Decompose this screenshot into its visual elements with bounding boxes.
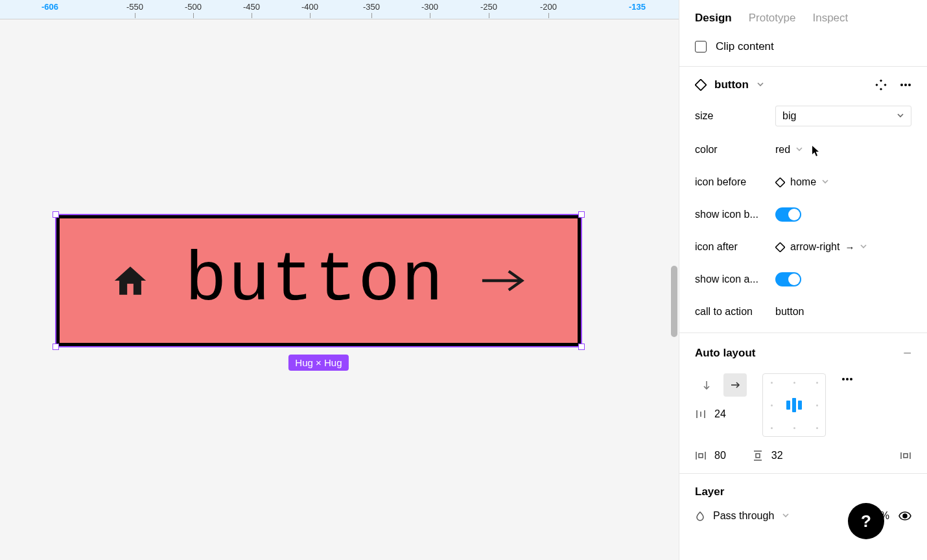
svg-rect-2 <box>880 79 882 82</box>
prop-label: call to action <box>695 306 775 318</box>
prop-label: show icon a... <box>695 274 775 285</box>
padding-vertical-icon <box>752 450 764 461</box>
chevron-down-icon[interactable] <box>757 79 764 91</box>
prop-show-icon-before: show icon b... <box>695 205 911 224</box>
arrow-right-glyph: → <box>845 242 854 253</box>
gap-icon <box>695 408 707 420</box>
prop-call-to-action: call to action button <box>695 303 911 321</box>
button-component[interactable]: button <box>56 215 581 346</box>
ruler-tick: -300 <box>421 0 438 12</box>
ruler-end: -135 <box>629 0 646 12</box>
prop-label: icon after <box>695 241 775 253</box>
blend-mode-icon <box>695 511 705 521</box>
icon-before-value: home <box>790 176 816 188</box>
ruler-tick: -200 <box>540 0 557 12</box>
individual-padding-icon[interactable] <box>900 450 911 461</box>
svg-rect-1 <box>696 80 707 91</box>
call-to-action-value: button <box>775 306 804 318</box>
show-icon-after-toggle[interactable] <box>775 272 801 286</box>
canvas[interactable]: button Hug × Hug <box>0 19 679 560</box>
padding-v-input[interactable]: 32 <box>771 450 783 461</box>
gap-input[interactable]: 24 <box>714 408 726 420</box>
ruler-tick: -350 <box>363 0 380 12</box>
svg-point-16 <box>842 378 845 380</box>
panel-tabs: Design Prototype Inspect <box>679 0 927 32</box>
component-name[interactable]: button <box>714 78 749 91</box>
svg-rect-21 <box>699 454 703 458</box>
canvas-area[interactable]: -606 -550 -500 -450 -400 -350 -300 -250 … <box>0 0 679 560</box>
icon-after-select[interactable]: arrow-right → <box>775 241 911 253</box>
svg-point-7 <box>904 84 907 86</box>
icon-before-select[interactable]: home <box>775 176 911 188</box>
svg-rect-3 <box>880 88 882 90</box>
call-to-action-input[interactable]: button <box>775 306 911 318</box>
component-actions-icon[interactable] <box>875 79 887 91</box>
visibility-icon[interactable] <box>898 511 911 520</box>
color-select[interactable]: red <box>775 144 911 156</box>
layer-title: Layer <box>695 485 724 498</box>
arrow-right-icon <box>480 264 526 297</box>
component-icon <box>695 79 707 91</box>
prop-label: show icon b... <box>695 209 775 220</box>
chevron-down-icon <box>782 510 790 522</box>
svg-point-6 <box>900 84 903 86</box>
ruler: -606 -550 -500 -450 -400 -350 -300 -250 … <box>0 0 679 19</box>
tab-prototype[interactable]: Prototype <box>749 12 796 25</box>
resize-handle[interactable] <box>578 211 585 218</box>
prop-color: color red <box>695 141 911 159</box>
prop-label: size <box>695 110 775 122</box>
help-button[interactable]: ? <box>848 503 884 539</box>
tab-design[interactable]: Design <box>695 12 732 25</box>
clip-content-label: Clip content <box>716 40 774 53</box>
direction-horizontal-button[interactable] <box>723 373 747 397</box>
instance-icon <box>775 242 785 252</box>
auto-layout-more-icon[interactable] <box>841 373 853 381</box>
blend-mode-select[interactable]: Pass through <box>713 510 774 522</box>
chevron-down-icon <box>795 144 803 156</box>
size-select[interactable]: big <box>775 106 911 126</box>
svg-rect-24 <box>756 454 760 458</box>
padding-h-input[interactable]: 80 <box>714 450 726 461</box>
color-value: red <box>775 144 790 156</box>
size-value: big <box>782 110 796 122</box>
chevron-down-icon <box>860 241 867 253</box>
svg-point-8 <box>908 84 911 86</box>
svg-rect-10 <box>775 242 784 251</box>
button-label: button <box>185 241 445 320</box>
ruler-tick: -550 <box>126 0 143 12</box>
ruler-tick: -250 <box>480 0 497 12</box>
chevron-down-icon <box>897 110 904 122</box>
ruler-tick: -450 <box>243 0 260 12</box>
clip-content-checkbox[interactable] <box>695 41 707 52</box>
prop-label: icon before <box>695 176 775 188</box>
svg-point-17 <box>846 378 849 380</box>
scrollbar[interactable] <box>671 266 677 337</box>
svg-rect-27 <box>904 454 908 458</box>
remove-auto-layout-icon[interactable]: − <box>903 345 911 362</box>
alignment-grid[interactable] <box>762 373 826 437</box>
clip-content-row[interactable]: Clip content <box>679 32 927 66</box>
direction-vertical-button[interactable] <box>695 373 718 397</box>
home-icon <box>111 262 149 299</box>
prop-icon-after: icon after arrow-right → <box>695 238 911 256</box>
prop-icon-before: icon before home <box>695 173 911 191</box>
instance-icon <box>775 178 785 187</box>
cursor-icon <box>812 145 821 157</box>
prop-label: color <box>695 144 775 156</box>
ruler-tick: -400 <box>301 0 318 12</box>
selected-component[interactable]: button Hug × Hug <box>55 214 582 347</box>
ruler-tick: -500 <box>185 0 202 12</box>
resize-handle[interactable] <box>53 344 59 350</box>
svg-rect-9 <box>775 178 784 187</box>
svg-point-28 <box>903 514 907 518</box>
ruler-start: -606 <box>41 0 58 12</box>
selection-size-badge: Hug × Hug <box>288 355 348 371</box>
resize-handle[interactable] <box>53 211 59 218</box>
show-icon-before-toggle[interactable] <box>775 207 801 222</box>
resize-handle[interactable] <box>578 344 585 350</box>
tab-inspect[interactable]: Inspect <box>812 12 848 25</box>
icon-after-value: arrow-right <box>790 241 839 253</box>
more-icon[interactable] <box>900 83 911 87</box>
auto-layout-title: Auto layout <box>695 347 756 360</box>
prop-show-icon-after: show icon a... <box>695 270 911 288</box>
